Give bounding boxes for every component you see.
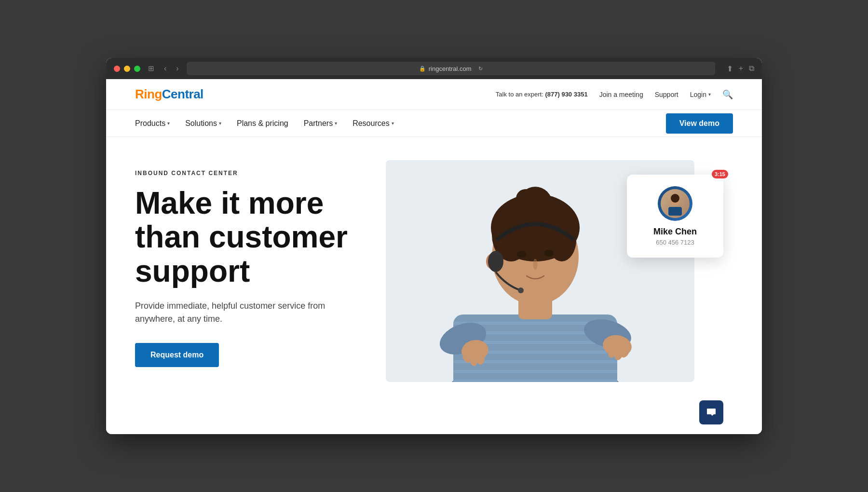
maximize-button[interactable] [134,66,140,72]
hero-subtitle: Provide immediate, helpful customer serv… [135,300,347,326]
reload-icon[interactable]: ↻ [478,66,483,72]
main-nav: Products ▾ Solutions ▾ Plans & pricing P… [106,110,762,137]
solutions-chevron-icon: ▾ [219,121,221,126]
nav-right: Talk to an expert: (877) 930 3351 Join a… [496,89,733,100]
logo[interactable]: RingCentral [135,87,203,102]
tabs-icon[interactable]: ⧉ [749,64,754,73]
caller-avatar-image [661,189,690,218]
svg-point-35 [671,194,679,203]
expert-text: Talk to an expert: (877) 930 3351 [496,91,588,98]
svg-point-16 [516,189,535,208]
svg-point-19 [518,287,524,293]
sidebar-toggle[interactable]: ⊞ [146,63,156,74]
support-link[interactable]: Support [655,91,678,98]
call-card: 3:15 Mike Chen 650 [627,175,723,258]
hero-title: Make it more than customer support [135,186,366,288]
logo-central: Central [162,87,203,101]
products-chevron-icon: ▾ [167,121,170,126]
nav-item-partners[interactable]: Partners ▾ [304,119,337,128]
new-tab-icon[interactable]: + [739,64,743,73]
logo-ring: Ring [135,87,162,101]
caller-avatar [658,186,692,221]
svg-point-18 [488,251,503,272]
main-nav-links: Products ▾ Solutions ▾ Plans & pricing P… [135,119,394,128]
forward-button[interactable]: › [174,63,180,74]
browser-right-actions: ⬆ + ⧉ [727,64,754,73]
svg-rect-9 [453,380,617,382]
join-meeting-link[interactable]: Join a meeting [599,91,643,98]
login-chevron-icon: ▾ [708,92,711,97]
top-nav: RingCentral Talk to an expert: (877) 930… [106,79,762,110]
hero-image-area: 3:15 Mike Chen 650 [386,160,733,434]
site-content: RingCentral Talk to an expert: (877) 930… [106,79,762,434]
traffic-lights [114,66,140,72]
lock-icon: 🔒 [419,66,426,72]
back-button[interactable]: ‹ [162,63,168,74]
svg-point-21 [544,250,554,257]
share-icon[interactable]: ⬆ [727,64,733,73]
hero-content: INBOUND CONTACT CENTER Make it more than… [135,160,366,367]
svg-rect-34 [668,207,682,216]
minimize-button[interactable] [124,66,130,72]
address-bar[interactable]: 🔒 ringcentral.com ↻ [187,62,715,75]
close-button[interactable] [114,66,120,72]
login-button[interactable]: Login ▾ [690,91,711,98]
nav-item-solutions[interactable]: Solutions ▾ [185,119,221,128]
url-text: ringcentral.com [429,65,472,72]
nav-item-plans[interactable]: Plans & pricing [237,119,288,128]
browser-chrome: ⊞ ‹ › 🔒 ringcentral.com ↻ ⬆ + ⧉ [106,58,762,79]
partners-chevron-icon: ▾ [335,121,337,126]
view-demo-button[interactable]: View demo [666,113,733,134]
chat-fab-button[interactable] [699,400,723,424]
caller-name: Mike Chen [640,227,710,237]
nav-item-products[interactable]: Products ▾ [135,119,170,128]
search-icon[interactable]: 🔍 [722,89,733,100]
svg-point-20 [517,251,527,258]
svg-rect-8 [453,370,617,373]
hero-section: INBOUND CONTACT CENTER Make it more than… [106,137,762,434]
request-demo-button[interactable]: Request demo [135,343,219,367]
nav-item-resources[interactable]: Resources ▾ [353,119,393,128]
caller-number: 650 456 7123 [640,239,710,246]
expert-phone[interactable]: (877) 930 3351 [545,91,587,98]
section-label: INBOUND CONTACT CENTER [135,170,366,177]
browser-window: ⊞ ‹ › 🔒 ringcentral.com ↻ ⬆ + ⧉ RingCent… [106,58,762,434]
resources-chevron-icon: ▾ [392,121,394,126]
call-timer-badge: 3:15 [712,170,728,178]
